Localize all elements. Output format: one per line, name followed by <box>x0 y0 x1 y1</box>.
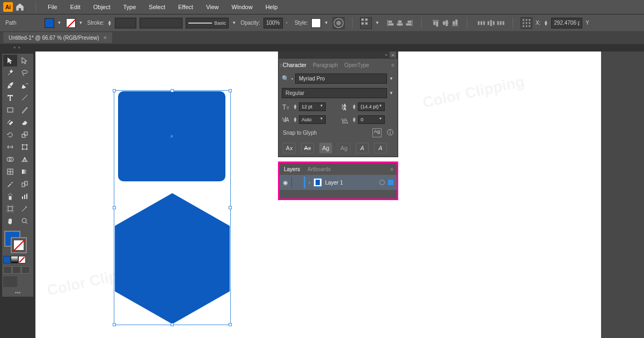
resize-handle[interactable] <box>229 323 232 326</box>
align-to-button[interactable] <box>360 17 372 29</box>
menu-file[interactable]: File <box>42 2 63 12</box>
home-icon[interactable] <box>15 2 25 12</box>
rectangle-tool[interactable] <box>3 104 17 116</box>
align-hcenter-button[interactable] <box>396 19 404 27</box>
menu-type[interactable]: Type <box>118 2 142 12</box>
tab-artboards[interactable]: Artboards <box>308 166 331 172</box>
curvature-tool[interactable] <box>18 79 32 91</box>
rotate-tool[interactable] <box>3 129 17 141</box>
align-top-button[interactable] <box>431 19 440 27</box>
artboard-tool[interactable] <box>3 203 17 215</box>
glyph-snap-button[interactable]: Ag <box>338 143 350 153</box>
visibility-icon[interactable]: ◉ <box>283 179 288 186</box>
chevron-down-icon[interactable]: ▼ <box>57 20 63 25</box>
tab-layers[interactable]: Layers <box>284 166 300 172</box>
leading-input[interactable]: (14.4 pt)▼ <box>358 102 385 111</box>
kerning-input[interactable]: Auto▼ <box>299 115 326 124</box>
panel-toggle-icon[interactable]: ◇ <box>280 63 283 68</box>
close-icon[interactable]: × <box>18 45 20 49</box>
glyph-snap-button[interactable]: A <box>374 143 387 153</box>
tab-opentype[interactable]: OpenType <box>345 62 369 68</box>
align-vcenter-button[interactable] <box>441 19 450 27</box>
eraser-tool[interactable] <box>18 116 32 128</box>
menu-select[interactable]: Select <box>143 2 171 12</box>
resize-handle[interactable] <box>113 206 116 209</box>
distribute-button[interactable] <box>477 19 486 27</box>
slice-tool[interactable] <box>18 203 32 215</box>
symbol-sprayer-tool[interactable] <box>3 190 17 202</box>
collapse-icon[interactable]: « <box>13 45 16 49</box>
draw-normal[interactable] <box>3 266 12 274</box>
resize-handle[interactable] <box>171 323 174 326</box>
font-size-input[interactable]: 12 pt▼ <box>299 102 326 111</box>
tab-paragraph[interactable]: Paragraph <box>313 62 338 68</box>
stroke-stepper[interactable]: ▲▼ <box>107 20 112 26</box>
chevron-down-icon[interactable]: ▼ <box>389 76 394 81</box>
chevron-right-icon[interactable]: › <box>286 20 291 25</box>
menu-object[interactable]: Object <box>88 2 116 12</box>
magic-wand-tool[interactable] <box>3 67 17 79</box>
resize-handle[interactable] <box>113 323 116 326</box>
lasso-tool[interactable] <box>18 67 32 79</box>
draw-behind[interactable] <box>12 266 21 274</box>
column-graph-tool[interactable] <box>18 190 32 202</box>
gradient-tool[interactable] <box>18 166 32 178</box>
close-icon[interactable]: × <box>390 52 396 58</box>
resize-handle[interactable] <box>113 89 116 92</box>
fill-stroke-indicator[interactable] <box>3 230 32 254</box>
menu-view[interactable]: View <box>201 2 224 12</box>
layer-row[interactable]: ◉ › Layer 1 <box>280 175 397 190</box>
direct-selection-tool[interactable] <box>18 55 32 67</box>
align-bottom-button[interactable] <box>451 19 459 27</box>
document-tab[interactable]: Untitled-1* @ 66.67 % (RGB/Preview) × <box>3 32 112 43</box>
chevron-down-icon[interactable]: ▼ <box>375 20 380 25</box>
pen-tool[interactable] <box>3 79 17 91</box>
chevron-down-icon[interactable]: ▼ <box>324 20 330 25</box>
tab-character[interactable]: Character <box>283 62 306 68</box>
recolor-button[interactable] <box>333 17 345 29</box>
screen-mode-button[interactable] <box>3 276 17 287</box>
hand-tool[interactable] <box>3 215 17 227</box>
stroke-weight-input[interactable] <box>115 18 136 28</box>
menu-window[interactable]: Window <box>226 2 258 12</box>
kerning-stepper[interactable]: ▲▼ <box>293 117 297 122</box>
target-icon[interactable] <box>379 180 385 185</box>
draw-inside[interactable] <box>21 266 30 274</box>
panel-menu-icon[interactable]: ≡ <box>390 166 393 172</box>
glyph-bounds-icon[interactable]: Ag <box>372 128 382 137</box>
size-stepper[interactable]: ▲▼ <box>293 104 297 109</box>
line-tool[interactable] <box>18 92 32 104</box>
resize-handle[interactable] <box>229 89 232 92</box>
type-tool[interactable] <box>3 92 17 104</box>
collapse-icon[interactable]: « <box>385 53 387 57</box>
resize-handle[interactable] <box>229 206 232 209</box>
x-stepper[interactable]: ▲▼ <box>544 20 548 26</box>
panel-titlebar[interactable]: « × <box>278 52 398 58</box>
chevron-down-icon[interactable]: ▼ <box>79 20 84 25</box>
width-tool[interactable] <box>3 141 17 153</box>
align-right-button[interactable] <box>405 19 414 27</box>
shape-builder-tool[interactable] <box>3 153 17 165</box>
font-style-select[interactable]: Regular <box>282 88 387 98</box>
mesh-tool[interactable] <box>3 166 17 178</box>
chevron-down-icon[interactable]: ▼ <box>389 91 394 95</box>
font-family-input[interactable]: Myriad Pro <box>295 74 387 84</box>
perspective-grid-tool[interactable] <box>18 153 32 165</box>
glyph-snap-button[interactable]: Ax <box>301 143 314 153</box>
align-left-button[interactable] <box>386 19 394 27</box>
stroke-swatch[interactable] <box>66 18 76 28</box>
opacity-input[interactable] <box>264 18 283 28</box>
panel-menu-icon[interactable]: ≡ <box>391 62 394 68</box>
tracking-stepper[interactable]: ▲▼ <box>352 117 356 122</box>
brush-definition[interactable]: Basic <box>186 18 229 28</box>
scale-tool[interactable] <box>18 129 32 141</box>
fill-swatch[interactable] <box>45 18 54 28</box>
glyph-snap-button[interactable]: Ag <box>319 143 332 153</box>
edit-toolbar-button[interactable]: ••• <box>3 290 32 296</box>
transform-button[interactable] <box>521 17 532 29</box>
close-icon[interactable]: × <box>104 34 107 41</box>
layer-name-label[interactable]: Layer 1 <box>325 180 376 186</box>
blend-tool[interactable] <box>18 178 32 190</box>
shaper-tool[interactable] <box>3 116 17 128</box>
eyedropper-tool[interactable] <box>3 178 17 190</box>
